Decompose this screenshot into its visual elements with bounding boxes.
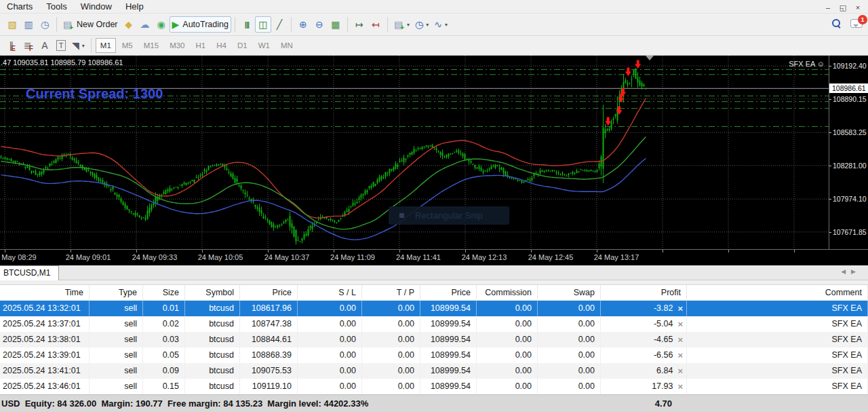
periods-button[interactable]: ◷▾	[412, 16, 431, 33]
time-tick	[136, 250, 137, 252]
chart-shift-marker-icon[interactable]	[646, 56, 654, 60]
close-position-icon[interactable]: ×	[677, 301, 683, 316]
column-header-price[interactable]: Price	[240, 285, 298, 300]
market-watch-button[interactable]: ▥	[20, 16, 37, 33]
table-row[interactable]: 2025.05.24 13:39:01sell0.05btcusd108868.…	[0, 348, 868, 363]
close-position-icon[interactable]: ×	[677, 348, 683, 363]
cell-symbol: btcusd	[185, 363, 240, 379]
tabs-scroll-right-icon[interactable]: ▶	[851, 268, 861, 275]
tab-scroll-arrows: ◀▶	[841, 268, 861, 275]
label-tool-button[interactable]: A	[37, 37, 53, 54]
price-chart[interactable]: Rectangular Snip.47 109035.81 108985.79 …	[0, 56, 829, 249]
table-row[interactable]: 2025.05.24 13:38:01sell0.03btcusd108844.…	[0, 332, 868, 348]
table-row[interactable]: 2025.05.24 13:46:01sell0.15btcusd109119.…	[0, 379, 868, 394]
chat-icon[interactable]: 1	[850, 19, 863, 28]
chart-shift-icon: ↤	[372, 20, 380, 29]
arrows-tool-button[interactable]: ◥▾	[69, 37, 87, 54]
column-header-t-p[interactable]: T / P	[362, 285, 420, 300]
minimize-button[interactable]: –	[821, 2, 835, 13]
tile-windows-button[interactable]: ▦	[328, 16, 344, 33]
line-chart-mode-button[interactable]: ╱	[271, 16, 288, 33]
arrows-tool-icon: ◥	[72, 41, 79, 50]
new-chart-dropdown-icon[interactable]: ▾	[407, 22, 410, 28]
column-header-symbol[interactable]: Symbol	[185, 285, 240, 300]
menu-charts[interactable]: Charts	[0, 0, 39, 13]
menu-tools[interactable]: Tools	[39, 0, 73, 13]
cell-comment: SFX EA	[687, 379, 868, 394]
cell-s-l: 0.00	[298, 348, 362, 363]
chart-area[interactable]: Rectangular Snip.47 109035.81 108985.79 …	[0, 56, 868, 265]
menu-window[interactable]: Window	[74, 0, 119, 13]
cell-time: 2025.05.24 13:38:01	[0, 332, 90, 348]
ma-red	[1, 98, 646, 218]
news-button[interactable]: ◉	[153, 16, 170, 33]
column-header-commission[interactable]: Commission	[477, 285, 538, 300]
new-order-button[interactable]: ▤+New Order	[60, 16, 121, 33]
menu-help[interactable]: Help	[119, 0, 151, 13]
periods-dropdown-icon[interactable]: ▾	[426, 22, 429, 28]
column-header-time[interactable]: Time	[0, 285, 90, 300]
history-center-button[interactable]: ◷	[37, 16, 53, 33]
time-tick	[597, 250, 597, 252]
column-header-swap[interactable]: Swap	[538, 285, 601, 300]
new-chart-button[interactable]: ▤+▾	[391, 16, 412, 33]
column-header-comment[interactable]: Comment	[687, 285, 868, 300]
cell-price: 108999.54	[420, 332, 477, 348]
timeframe-h4[interactable]: H4	[212, 38, 231, 53]
column-header-s-l[interactable]: S / L	[298, 285, 362, 300]
tabs-scroll-left-icon[interactable]: ◀	[841, 268, 851, 275]
price-scale[interactable]: 109192.40108890.15108583.25108281.001079…	[829, 56, 868, 249]
candlestick-mode-button[interactable]: ◫	[255, 16, 271, 33]
metaeditor-button[interactable]: ◆	[121, 16, 137, 33]
column-header-type[interactable]: Type	[90, 285, 143, 300]
cell-profit: -5.04×	[601, 316, 687, 332]
table-row[interactable]: 2025.05.24 13:41:01sell0.09btcusd109075.…	[0, 363, 868, 379]
indicators-dropdown-icon[interactable]: ▾	[445, 22, 448, 28]
svg-text:Rectangular Snip: Rectangular Snip	[415, 210, 483, 221]
timeframe-m1[interactable]: M1	[96, 38, 116, 53]
price-tick: 108281.00	[833, 162, 867, 170]
auto-scroll-button[interactable]: ↦	[351, 16, 368, 33]
fibonacci-tool-button[interactable]: ≣F	[20, 37, 37, 54]
close-position-icon[interactable]: ×	[677, 363, 683, 379]
timeframe-mn[interactable]: MN	[276, 38, 298, 53]
menu-bar: ChartsToolsWindowHelp –◱×	[0, 0, 868, 14]
timeframe-m30[interactable]: M30	[165, 38, 189, 53]
time-label: 24 May 11:09	[330, 253, 375, 261]
column-header-profit[interactable]: Profit	[601, 285, 687, 300]
cell-price: 108999.54	[420, 379, 477, 394]
close-button[interactable]: ×	[850, 2, 865, 13]
autotrading-button[interactable]: ▶AutoTrading	[170, 16, 231, 33]
column-header-size[interactable]: Size	[143, 285, 185, 300]
cell-comment: SFX EA	[687, 332, 868, 348]
close-position-icon[interactable]: ×	[677, 316, 683, 332]
restore-button[interactable]: ◱	[835, 2, 850, 14]
text-tool-button[interactable]: T	[53, 37, 69, 54]
autotrading-label: AutoTrading	[182, 20, 229, 29]
close-position-icon[interactable]: ×	[677, 332, 683, 348]
timeframe-w1[interactable]: W1	[254, 38, 275, 53]
table-row[interactable]: 2025.05.24 13:32:01sell0.01btcusd108617.…	[0, 301, 868, 316]
bar-chart-mode-button[interactable]: |||	[239, 16, 255, 33]
time-label: 24 May 10:05	[198, 253, 243, 261]
timeframe-h1[interactable]: H1	[191, 38, 211, 53]
timeframe-d1[interactable]: D1	[233, 38, 252, 53]
table-row[interactable]: 2025.05.24 13:37:01sell0.02btcusd108747.…	[0, 316, 868, 332]
close-position-icon[interactable]: ×	[677, 379, 683, 394]
chart-shift-button[interactable]: ↤	[368, 16, 384, 33]
search-icon[interactable]	[832, 19, 841, 28]
timeframe-m5[interactable]: M5	[117, 38, 138, 53]
time-axis[interactable]: May 08:2924 May 09:0124 May 09:3324 May …	[0, 249, 868, 265]
column-header-price[interactable]: Price	[420, 285, 477, 300]
tab-btcusd-m1[interactable]: BTCUSD,M1	[0, 265, 59, 280]
zoom-out-button[interactable]: ⊖	[311, 16, 328, 33]
timeframe-m15[interactable]: M15	[139, 38, 163, 53]
cell-s-l: 0.00	[298, 316, 362, 332]
zoom-in-button[interactable]: ⊕	[295, 16, 311, 33]
profiles-button[interactable]: ▧	[4, 16, 20, 33]
channel-tool-button[interactable]: ∥E	[4, 37, 20, 54]
virtual-hosting-button[interactable]: ☁	[137, 16, 153, 33]
cell-symbol: btcusd	[185, 332, 240, 348]
indicators-button[interactable]: ∿▾	[431, 16, 450, 33]
arrows-tool-dropdown-icon[interactable]: ▾	[82, 43, 85, 49]
